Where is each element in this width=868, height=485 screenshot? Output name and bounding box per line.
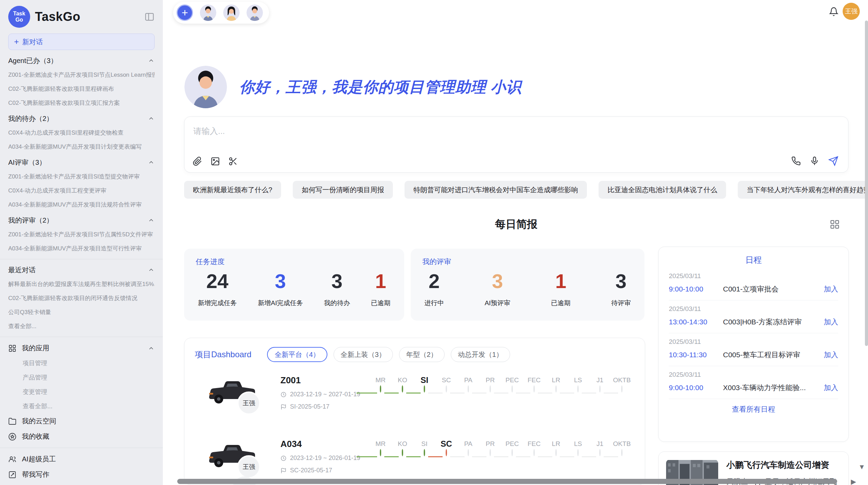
recent-chat-item[interactable]: C02-飞腾新能源轻客改款项目的闭环通告反馈情况 <box>8 291 155 305</box>
sidebar-collapse-icon[interactable] <box>144 12 155 22</box>
microphone-icon[interactable] <box>810 156 819 166</box>
suggestion-chip[interactable]: 如何写一份清晰的项目周报 <box>293 181 393 199</box>
recent-chat-item[interactable]: 解释最新出台的欧盟报废车法规再生塑料比例被调至15%... <box>8 277 155 291</box>
app-item-project-mgmt[interactable]: 项目管理 <box>8 356 155 370</box>
greeting-block: 你好，王强，我是你的项目管理助理 小识 <box>184 66 521 108</box>
write-helper-label: 帮我写作 <box>22 470 49 479</box>
agent-avatar-1[interactable] <box>200 4 216 21</box>
milestone-dot <box>533 385 535 393</box>
milestone-dot <box>511 385 513 393</box>
chevron-up-icon[interactable] <box>148 159 155 166</box>
milestone-dot <box>577 449 579 456</box>
join-link[interactable]: 加入 <box>824 350 838 360</box>
milestone-current-overdue: SC <box>435 438 457 485</box>
task-item[interactable]: C0X4-动力总成开发项目工程变更评审 <box>8 184 155 198</box>
sidebar-item-cloud-space[interactable]: 我的云空间 <box>8 413 155 429</box>
chat-input-card[interactable]: 请输入... <box>184 116 848 173</box>
stat-value: 2 <box>429 271 439 291</box>
milestone: KO <box>391 374 413 426</box>
join-link[interactable]: 加入 <box>824 383 838 393</box>
scissors-icon[interactable] <box>228 157 238 166</box>
tab-powertrain[interactable]: 动总开发（1） <box>451 347 510 362</box>
event-date: 2025/03/11 <box>669 272 838 280</box>
suggestion-chip[interactable]: 比亚迪全固态电池计划具体说了什么 <box>599 181 726 199</box>
new-chat-button[interactable]: + 新对话 <box>8 34 155 50</box>
sidebar-item-ai-employee[interactable]: AI超级员工 <box>8 451 155 467</box>
section-my-todo[interactable]: 我的待办（2） <box>8 111 155 126</box>
section-title: 最近对话 <box>8 265 36 275</box>
app-item-change-mgmt[interactable]: 变更管理 <box>8 385 155 399</box>
sidebar-item-my-apps[interactable]: 我的应用 <box>8 340 155 356</box>
tab-new-body[interactable]: 全新上装（3） <box>334 347 393 362</box>
attachment-icon[interactable] <box>193 157 202 166</box>
recent-chat-item[interactable]: 公司Q3轻卡销量 <box>8 305 155 319</box>
project-row[interactable]: 王强 A034 2023-12-19 ~ 2026-01-19 SC-2025-… <box>195 437 635 485</box>
tab-new-platform[interactable]: 全新平台（4） <box>267 347 327 362</box>
users-icon <box>8 455 16 463</box>
schedule-event: 2025/03/11 10:30-11:30 C005-整车工程目标评审 加入 <box>669 333 838 366</box>
chevron-up-icon[interactable] <box>148 266 155 273</box>
image-icon[interactable] <box>210 157 220 166</box>
section-recent-chats[interactable]: 最近对话 <box>8 263 155 277</box>
view-all-chats[interactable]: 查看全部... <box>8 319 155 333</box>
section-ai-review[interactable]: AI评审（3） <box>8 155 155 170</box>
assistant-avatar <box>184 66 227 108</box>
join-link[interactable]: 加入 <box>824 284 838 294</box>
task-item[interactable]: C0X4-动力总成开发项目SI里程碑提交物检查 <box>8 126 155 140</box>
user-avatar[interactable]: 王强 <box>843 3 860 20</box>
task-item[interactable]: Z001-全新燃油轻卡产品开发项目SI造型提交物评审 <box>8 170 155 184</box>
scroll-right-arrow[interactable]: ▶ <box>851 477 856 485</box>
agent-avatar-2[interactable] <box>223 4 240 21</box>
layout-grid-icon[interactable] <box>830 219 840 229</box>
phone-icon[interactable] <box>791 156 801 166</box>
task-item[interactable]: Z001-全新燃油轻卡产品开发项目SI节点属性5D文件评审 <box>8 227 155 241</box>
view-all-schedule-link[interactable]: 查看所有日程 <box>669 405 838 414</box>
app-item-product-mgmt[interactable]: 产品管理 <box>8 370 155 385</box>
chevron-up-icon[interactable] <box>148 345 155 352</box>
suggestion-chip[interactable]: 欧洲新规最近颁布了什么? <box>184 181 281 199</box>
horizontal-scrollbar-thumb[interactable] <box>177 479 837 484</box>
chevron-up-icon[interactable] <box>148 115 155 122</box>
milestone-dot <box>468 385 469 393</box>
milestone-dot <box>490 385 491 393</box>
task-item[interactable]: Z001-全新燃油皮卡产品开发项目SI节点Lesson Learn报告 <box>8 68 155 82</box>
vertical-scrollbar-thumb[interactable] <box>865 21 868 346</box>
milestone: PA <box>457 374 479 426</box>
schedule-title: 日程 <box>669 254 838 265</box>
section-agent-done[interactable]: Agent已办（3） <box>8 53 155 68</box>
stat-overdue: 1 已逾期 <box>371 266 390 312</box>
send-icon[interactable] <box>828 156 839 166</box>
sidebar-item-favorites[interactable]: 我的收藏 <box>8 429 155 444</box>
task-item[interactable]: C02-飞腾新能源轻客改款项目里程碑画布 <box>8 82 155 96</box>
card-title: 任务进度 <box>196 257 393 266</box>
sidebar: Task Go TaskGo + 新对话 Agent已办（3） Z001-全新燃… <box>0 0 163 485</box>
stat-label: 新增完成任务 <box>198 299 237 308</box>
stat-label: 进行中 <box>424 299 444 308</box>
notification-bell-icon[interactable] <box>829 7 839 16</box>
task-item[interactable]: A034-全新新能源MUV产品开发项目法规符合性评审 <box>8 198 155 212</box>
chat-input-placeholder[interactable]: 请输入... <box>193 126 225 137</box>
logo-text-top: Task <box>13 11 25 17</box>
sidebar-item-write-helper[interactable]: 帮我写作 <box>8 467 155 482</box>
sidebar-header: Task Go TaskGo <box>8 5 155 29</box>
suggestion-chip[interactable]: 当下年轻人对汽车外观有怎样的喜好趋势 <box>738 181 868 199</box>
tab-model-year[interactable]: 年型（2） <box>399 347 445 362</box>
milestone: KO <box>391 438 413 485</box>
chevron-up-icon[interactable] <box>148 57 155 64</box>
agent-avatar-3[interactable] <box>246 4 263 21</box>
task-item[interactable]: A034-全新新能源MUV产品开发项目计划变更表编写 <box>8 140 155 154</box>
milestone-dot <box>533 449 535 456</box>
section-my-review[interactable]: 我的评审（2） <box>8 213 155 227</box>
chevron-up-icon[interactable] <box>148 217 155 224</box>
scroll-down-arrow[interactable]: ▼ <box>858 463 865 471</box>
sidebar-item-creative-draw[interactable]: 创意制图 <box>8 482 155 485</box>
event-time: 9:00-10:00 <box>669 285 723 293</box>
project-row[interactable]: 王强 Z001 2023-12-19 ~ 2027-01-19 SI-2025-… <box>195 374 635 426</box>
join-link[interactable]: 加入 <box>824 317 838 327</box>
milestone: J1 <box>589 438 611 485</box>
view-all-apps[interactable]: 查看全部... <box>8 399 155 413</box>
add-session-button[interactable]: + <box>177 4 193 21</box>
suggestion-chip[interactable]: 特朗普可能对进口汽车增税会对中国车企造成哪些影响 <box>405 181 587 199</box>
task-item[interactable]: A034-全新新能源MUV产品开发项目造型可行性评审 <box>8 241 155 256</box>
task-item[interactable]: C02-飞腾新能源轻客改款项目立项汇报方案 <box>8 96 155 110</box>
